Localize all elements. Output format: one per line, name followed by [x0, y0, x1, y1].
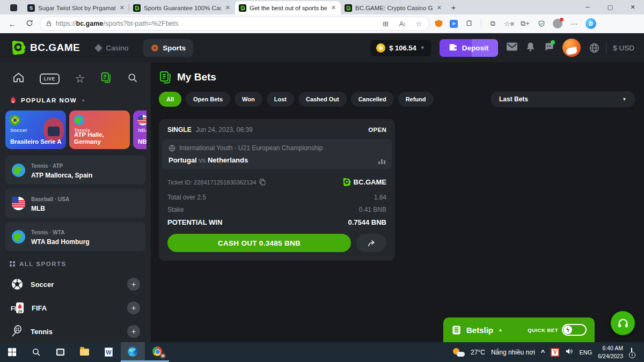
home-icon[interactable] [13, 72, 24, 85]
tab-close-icon[interactable]: ✕ [119, 4, 126, 11]
stake-value: 0.41 BNB [359, 206, 386, 213]
popular-now-header[interactable]: POPULAR NOW ▲ [4, 93, 147, 109]
word-button[interactable]: W [97, 342, 121, 362]
filter-cashed-out[interactable]: Cashed Out [298, 92, 347, 107]
notification-center-button[interactable]: 1 [629, 348, 640, 357]
nav-casino[interactable]: Casino [87, 39, 136, 57]
match-box[interactable]: International Youth · U21 European Champ… [162, 139, 392, 169]
browser-tab-4[interactable]: BC.GAME: Crypto Casino Games ✕ [341, 1, 447, 14]
quick-bet-toggle[interactable]: ϟ [562, 324, 587, 336]
tab-close-icon[interactable]: ✕ [436, 4, 443, 11]
sport-row-fifa[interactable]: FI24 FIFA + [4, 296, 147, 320]
edge-icon [128, 346, 138, 357]
restore-button[interactable]: ▢ [599, 0, 621, 14]
bcgame-logo[interactable]: BC.GAME [10, 40, 80, 56]
filter-lost[interactable]: Lost [267, 92, 294, 107]
copilot-icon[interactable]: b [586, 18, 596, 29]
cash-out-button[interactable]: CASH OUT 0.3485 BNB [167, 234, 351, 252]
search-icon[interactable] [127, 72, 138, 85]
stats-icon[interactable] [378, 159, 385, 164]
tray-expand-icon[interactable]: ^ [541, 348, 545, 356]
start-button[interactable] [0, 342, 24, 362]
split-screen-icon[interactable]: ⊞ [381, 19, 390, 28]
sort-dropdown[interactable]: Last Bets ▼ [491, 91, 635, 107]
bet-type: SINGLE [167, 126, 192, 134]
expand-plus-icon[interactable]: + [127, 301, 140, 314]
filter-refund[interactable]: Refund [398, 92, 434, 107]
mail-icon[interactable] [507, 42, 517, 53]
betslip-bar[interactable]: Betslip ▲ QUICK BET ϟ [443, 317, 595, 342]
card-title: ATP Halle, Germany [74, 131, 127, 145]
live-nav-icon[interactable]: LIVE [40, 73, 60, 84]
popular-card-brasileiro[interactable]: Soccer Brasileiro Serie A [5, 110, 66, 149]
volume-icon[interactable] [565, 348, 573, 357]
notifications-bell-icon[interactable] [526, 42, 535, 54]
collections-icon[interactable]: ⧉+ [521, 19, 530, 28]
favorites-star-icon[interactable]: ☆ [75, 73, 85, 84]
browser-tab-1[interactable]: S Sugar Twist Slot by Prgamatic Pla ✕ [24, 1, 129, 14]
wallet-extension-icon[interactable]: ➤ [450, 20, 458, 28]
popular-card-nba[interactable]: NBA 2 NBA [133, 110, 147, 149]
copy-icon[interactable] [259, 179, 266, 186]
language-indicator[interactable]: ENG [579, 349, 592, 356]
popular-card-atp-halle[interactable]: Tennis ATP Halle, Germany [69, 110, 130, 149]
tab-close-icon[interactable]: ✕ [330, 4, 337, 11]
my-bets-icon[interactable] [100, 72, 112, 85]
league-item-atp-mallorca[interactable]: Tennis · ATPATP Mallorca, Spain [5, 156, 145, 184]
favorite-star-icon[interactable]: ☆ [414, 19, 423, 28]
read-aloud-icon[interactable]: A) [398, 19, 407, 28]
minimize-button[interactable]: ─ [576, 0, 599, 14]
chrome-taskbar-button[interactable]: M [145, 342, 169, 362]
metamask-icon[interactable] [435, 20, 443, 27]
sport-row-soccer[interactable]: Soccer + [4, 272, 147, 296]
new-tab-button[interactable]: + [447, 1, 460, 13]
browser-profile-avatar[interactable] [553, 19, 562, 28]
clock[interactable]: 6:40 AM 6/24/2023 [598, 344, 623, 359]
close-button[interactable]: ✕ [621, 0, 644, 14]
league-list: Tennis · ATPATP Mallorca, Spain Baseball… [4, 156, 147, 251]
filter-open-bets[interactable]: Open Bets [186, 92, 230, 107]
refresh-icon[interactable] [23, 19, 36, 28]
filter-cancelled[interactable]: Cancelled [351, 92, 394, 107]
collapse-icon[interactable]: ▲ [81, 98, 86, 102]
balance-selector[interactable]: ◆ $ 106.54 ▼ [370, 40, 431, 56]
browser-essentials-icon[interactable] [537, 19, 546, 28]
nav-sports[interactable]: Sports [143, 39, 193, 57]
support-button[interactable] [611, 311, 635, 335]
weather-text[interactable]: Nắng nhiều nơi [491, 349, 535, 356]
tab-title: Sugar Twist Slot by Prgamatic Pla [38, 5, 115, 11]
expand-plus-icon[interactable]: + [127, 325, 140, 338]
address-bar[interactable]: https://bc.game/sports?bt-path=%2Fbets ⊞… [40, 17, 429, 31]
tab-actions-icon[interactable] [6, 2, 20, 13]
edge-taskbar-button[interactable] [121, 342, 145, 362]
league-item-wta-bad-homburg[interactable]: Tennis · WTAWTA Bad Homburg [5, 222, 145, 251]
user-avatar[interactable] [562, 39, 581, 57]
split-view-icon[interactable]: ⧉ [488, 19, 497, 28]
favorites-list-icon[interactable]: ☆≡ [504, 19, 514, 28]
browser-tab-active[interactable]: Get the best out of sports betting ✕ [235, 1, 341, 14]
deposit-button[interactable]: Deposit [440, 39, 499, 57]
sport-row-tennis[interactable]: Tennis + [4, 320, 147, 342]
tab-close-icon[interactable]: ✕ [224, 4, 231, 11]
more-menu-icon[interactable]: ⋯ [569, 19, 579, 28]
filter-all[interactable]: All [159, 92, 181, 107]
weather-temp[interactable]: 27°C [471, 349, 485, 356]
expand-plus-icon[interactable]: + [127, 278, 140, 291]
share-button[interactable] [356, 234, 386, 252]
globe-language-icon[interactable] [589, 43, 599, 53]
taskbar-search-button[interactable] [24, 342, 48, 362]
extension-icon[interactable] [465, 19, 474, 28]
file-explorer-button[interactable] [72, 342, 97, 362]
bet-status-badge: OPEN [368, 127, 386, 133]
league-item-mlb[interactable]: Baseball · USAMLB [5, 189, 145, 218]
lock-icon[interactable] [46, 20, 52, 27]
back-icon[interactable]: ← [5, 19, 19, 28]
task-view-button[interactable] [48, 342, 72, 362]
unikey-icon[interactable]: V [551, 348, 559, 357]
page-title: My Bets [159, 71, 635, 84]
browser-tab-2[interactable]: Sports Guarantee 100% Cashback ✕ [129, 1, 235, 14]
url-text[interactable]: https://bc.game/sports?bt-path=%2Fbets [56, 20, 377, 27]
filter-won[interactable]: Won [235, 92, 262, 107]
currency-label[interactable]: $ USD [613, 44, 634, 52]
chat-icon[interactable] [544, 42, 554, 54]
